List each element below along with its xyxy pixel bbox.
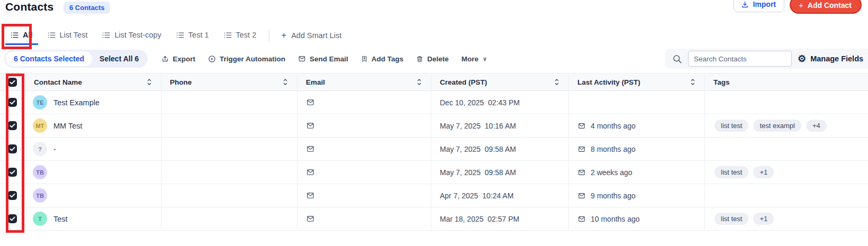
tag-icon (361, 55, 368, 63)
contact-name-cell[interactable]: MT MM Test (25, 114, 161, 137)
contact-name-cell[interactable]: TB (25, 161, 161, 184)
email-cell[interactable] (297, 114, 431, 137)
page-title: Contacts (5, 1, 53, 13)
column-header-phone[interactable]: Phone (161, 74, 297, 90)
trigger-automation-button[interactable]: Trigger Automation (208, 55, 285, 63)
list-icon (176, 32, 184, 39)
envelope-icon (298, 55, 306, 62)
row-checkbox-cell (0, 91, 25, 114)
envelope-icon (577, 169, 586, 176)
more-label: More (462, 55, 478, 63)
last-activity-cell: 2 weeks ago (569, 161, 705, 184)
created-cell: May 7, 2025 09:58 AM (431, 138, 569, 160)
last-activity-text: 9 months ago (591, 192, 636, 200)
envelope-icon (577, 192, 586, 199)
select-all-checkbox[interactable] (8, 78, 17, 87)
contact-name: MM Test (53, 122, 83, 130)
trigger-automation-label: Trigger Automation (220, 55, 285, 63)
bulk-action-bar: 6 Contacts Selected Select All 6 Export … (4, 49, 868, 69)
contact-name-cell[interactable]: TE Test Example (25, 91, 161, 114)
delete-button[interactable]: Delete (416, 55, 449, 63)
column-label: Last Activity (PST) (577, 78, 640, 86)
manage-fields-label: Manage Fields (810, 54, 863, 63)
tab-list: All List Test List Test-copy Test 1 Test… (5, 26, 261, 45)
column-header-last-activity[interactable]: Last Activity (PST) (569, 74, 705, 90)
delete-label: Delete (427, 55, 449, 63)
more-button[interactable]: More ∨ (462, 55, 487, 63)
column-header-tags[interactable]: Tags (705, 74, 868, 90)
email-cell[interactable] (297, 138, 431, 160)
last-activity-cell: 8 months ago (569, 138, 705, 160)
created-cell: Dec 10, 2025 02:43 PM (431, 91, 569, 114)
contact-name-cell[interactable]: T Test (25, 207, 161, 230)
tab-test-1[interactable]: Test 1 (171, 26, 214, 45)
avatar: TE (33, 95, 47, 110)
tab-all[interactable]: All (5, 26, 38, 45)
chevron-down-icon: ∨ (483, 56, 487, 62)
tags-cell: list test+1 (705, 207, 868, 230)
table-row[interactable]: T Test Mar 18, 2025 02:57 PM 10 months a… (0, 207, 868, 231)
row-checkbox[interactable] (8, 191, 17, 200)
email-cell[interactable] (297, 184, 431, 207)
manage-fields-button[interactable]: ⚙ Manage Fields (798, 54, 863, 63)
contact-name-cell[interactable]: TB (25, 184, 161, 207)
row-checkbox[interactable] (8, 144, 17, 153)
phone-cell (161, 184, 297, 207)
sort-icon[interactable] (555, 78, 559, 86)
column-header-contact-name[interactable]: Contact Name (25, 74, 161, 90)
tab-test-2[interactable]: Test 2 (219, 26, 262, 45)
send-email-label: Send Email (310, 55, 348, 63)
add-contact-button[interactable]: + Add Contact (790, 0, 862, 14)
list-icon (48, 32, 56, 39)
tag-pill: test exampl (753, 120, 801, 132)
column-header-created[interactable]: Created (PST) (431, 74, 569, 90)
tab-list-test[interactable]: List Test (42, 26, 93, 45)
tab-label: List Test-copy (114, 31, 161, 39)
row-checkbox[interactable] (8, 98, 17, 107)
list-icon (11, 32, 19, 39)
table-row[interactable]: MT MM Test May 7, 2025 10:16 AM 4 months… (0, 114, 868, 138)
tag-pill: list test (715, 213, 748, 225)
select-all-button[interactable]: Select All 6 (92, 51, 146, 66)
phone-cell (161, 207, 297, 230)
table-row[interactable]: TB May 7, 2025 09:58 AM 2 weeks ago list… (0, 161, 868, 184)
sort-icon[interactable] (417, 78, 421, 86)
list-icon (102, 32, 110, 39)
last-activity-text: 10 months ago (591, 215, 640, 223)
table-row[interactable]: TB Apr 7, 2025 10:24 AM 9 months ago (0, 184, 868, 207)
column-header-email[interactable]: Email (297, 74, 431, 90)
contacts-table: Contact Name Phone Email Created (PST) L… (0, 73, 868, 231)
tab-list-test-copy[interactable]: List Test-copy (97, 26, 166, 45)
email-cell[interactable] (297, 207, 431, 230)
column-label: Phone (170, 78, 192, 86)
created-cell: Apr 7, 2025 10:24 AM (431, 184, 569, 207)
sort-icon[interactable] (691, 78, 695, 86)
search-contacts-input[interactable] (688, 51, 792, 67)
row-checkbox[interactable] (8, 214, 17, 223)
tag-pill: +1 (753, 166, 774, 178)
last-activity-cell: 10 months ago (569, 207, 705, 230)
row-checkbox[interactable] (8, 121, 17, 130)
row-checkbox[interactable] (8, 168, 17, 177)
phone-cell (161, 114, 297, 137)
tags-cell (705, 184, 868, 207)
email-cell[interactable] (297, 91, 431, 114)
created-cell: May 7, 2025 09:58 AM (431, 161, 569, 184)
contacts-selected-pill[interactable]: 6 Contacts Selected (6, 51, 92, 66)
send-email-button[interactable]: Send Email (298, 55, 348, 63)
contact-name-cell[interactable]: ? - (25, 138, 161, 160)
email-cell[interactable] (297, 161, 431, 184)
add-tags-button[interactable]: Add Tags (361, 55, 404, 63)
export-label: Export (173, 55, 195, 63)
export-button[interactable]: Export (161, 55, 195, 63)
sort-icon[interactable] (283, 78, 287, 86)
table-row[interactable]: ? - May 7, 2025 09:58 AM 8 months ago (0, 138, 868, 161)
table-row[interactable]: TE Test Example Dec 10, 2025 02:43 PM (0, 91, 868, 114)
row-checkbox-cell (0, 138, 25, 160)
import-button[interactable]: Import (734, 0, 784, 12)
sort-icon[interactable] (147, 78, 151, 86)
add-smart-list-button[interactable]: + Add Smart List (277, 25, 346, 45)
avatar: TB (33, 188, 47, 203)
phone-cell (161, 91, 297, 114)
envelope-icon (306, 145, 315, 153)
